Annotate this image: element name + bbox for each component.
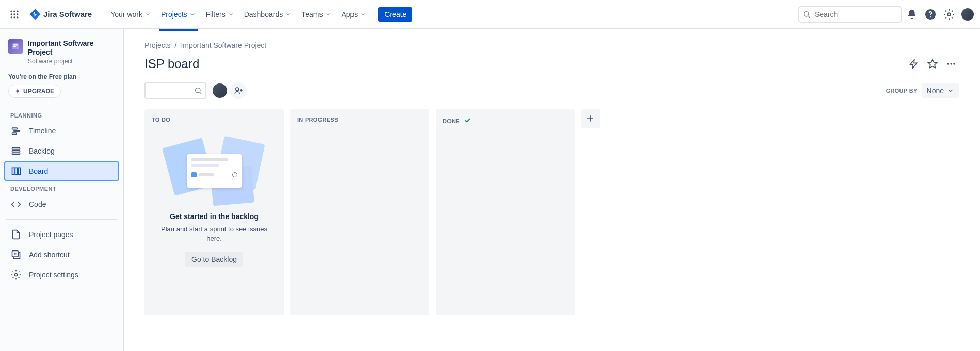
sidebar-item-label: Code [29,200,46,208]
group-by-value: None [927,87,944,95]
sidebar-item-project-settings[interactable]: Project settings [4,265,119,285]
star-icon[interactable] [924,56,941,72]
board-icon [10,165,22,177]
svg-point-26 [15,273,18,276]
project-header: Important Software Project Software proj… [4,39,119,73]
board-search [144,82,206,99]
column-done[interactable]: DONE [436,109,575,315]
board-toolbar: GROUP BY None [144,82,959,99]
sidebar-item-label: Add shortcut [29,250,70,259]
nav-dashboards[interactable]: Dashboards [240,6,296,23]
empty-state-illustration [153,137,276,204]
nav-dashboards-label: Dashboards [244,10,283,19]
column-header: TO DO [144,109,284,127]
column-title: DONE [443,118,460,124]
column-title: IN PROGRESS [297,116,339,123]
group-by-select[interactable]: None [922,83,959,98]
help-icon[interactable] [922,6,939,23]
breadcrumb: Projects / Important Software Project [144,41,959,49]
svg-rect-19 [12,147,20,149]
global-search [798,6,902,23]
breadcrumb-projects[interactable]: Projects [144,41,171,49]
sparkle-icon: ✦ [15,88,20,95]
member-avatar[interactable] [212,82,228,99]
breadcrumb-separator: / [175,41,177,49]
sidebar-item-add-shortcut[interactable]: Add shortcut [4,245,119,264]
sidebar-item-project-pages[interactable]: Project pages [4,225,119,244]
nav-items: Your work Projects Filters Dashboards Te… [106,6,412,23]
go-to-backlog-button[interactable]: Go to Backlog [185,252,243,267]
create-button[interactable]: Create [378,7,412,22]
svg-rect-20 [12,150,20,152]
column-todo[interactable]: TO DO [144,109,284,315]
nav-projects-label: Projects [161,10,187,19]
svg-point-11 [930,16,931,17]
chevron-down-icon [144,11,151,18]
settings-icon[interactable] [941,6,957,23]
svg-rect-16 [12,128,18,129]
empty-state-title: Get started in the backlog [153,212,276,221]
planning-section-label: PLANNING [4,108,119,121]
app-switcher-icon[interactable] [6,6,23,23]
svg-point-5 [17,13,18,15]
svg-point-28 [947,63,949,64]
svg-rect-22 [12,168,14,174]
upgrade-button[interactable]: ✦ UPGRADE [8,85,61,98]
chevron-down-icon [228,11,234,18]
svg-point-4 [13,13,15,15]
svg-point-29 [950,63,952,64]
chevron-down-icon [285,11,291,18]
development-section-label: DEVELOPMENT [4,181,119,194]
empty-state: Get started in the backlog Plan and star… [144,127,284,279]
add-column-button[interactable] [581,109,600,128]
svg-rect-23 [15,168,17,174]
breadcrumb-project[interactable]: Important Software Project [181,41,266,49]
column-header: DONE [436,109,575,129]
nav-apps[interactable]: Apps [337,6,370,23]
nav-teams-label: Teams [301,10,323,19]
svg-rect-21 [12,153,20,154]
svg-point-12 [947,13,951,16]
nav-projects[interactable]: Projects [157,6,200,23]
automation-icon[interactable] [906,56,922,72]
main-content: Projects / Important Software Project IS… [124,29,980,351]
page-icon [10,229,22,240]
nav-teams[interactable]: Teams [297,6,335,23]
notifications-icon[interactable] [904,6,920,23]
jira-logo-icon [29,8,41,21]
sidebar-item-label: Project pages [29,230,73,239]
page-actions [906,56,959,72]
column-in-progress[interactable]: IN PROGRESS [290,109,429,315]
gear-icon [10,269,22,280]
nav-your-work[interactable]: Your work [106,6,155,23]
svg-point-32 [236,88,239,91]
project-subtitle: Software project [28,58,115,65]
svg-marker-27 [928,60,937,68]
sidebar-item-backlog[interactable]: Backlog [4,141,119,161]
svg-rect-14 [13,44,18,45]
more-icon[interactable] [943,56,959,72]
plan-notice: You're on the Free plan [4,73,119,80]
search-input[interactable] [798,6,902,23]
top-navigation: Jira Software Your work Projects Filters… [0,0,980,29]
jira-logo[interactable]: Jira Software [25,8,96,21]
svg-rect-17 [14,130,20,132]
timeline-icon [10,125,22,137]
sidebar-item-board[interactable]: Board [4,161,119,181]
chevron-down-icon [360,11,366,18]
sidebar-divider [6,219,117,220]
nav-filters[interactable]: Filters [202,6,238,23]
project-title: Important Software Project [28,39,115,57]
sidebar-item-timeline[interactable]: Timeline [4,121,119,141]
nav-your-work-label: Your work [110,10,142,19]
board: TO DO [144,109,959,315]
avatar-group [212,82,247,99]
nav-filters-label: Filters [206,10,226,19]
add-member-button[interactable] [230,82,247,99]
upgrade-label: UPGRADE [23,88,54,95]
sidebar-item-code[interactable]: Code [4,194,119,214]
chevron-down-icon [325,11,331,18]
user-avatar[interactable] [961,8,974,21]
sidebar-item-label: Timeline [29,127,56,135]
svg-point-1 [13,10,15,12]
